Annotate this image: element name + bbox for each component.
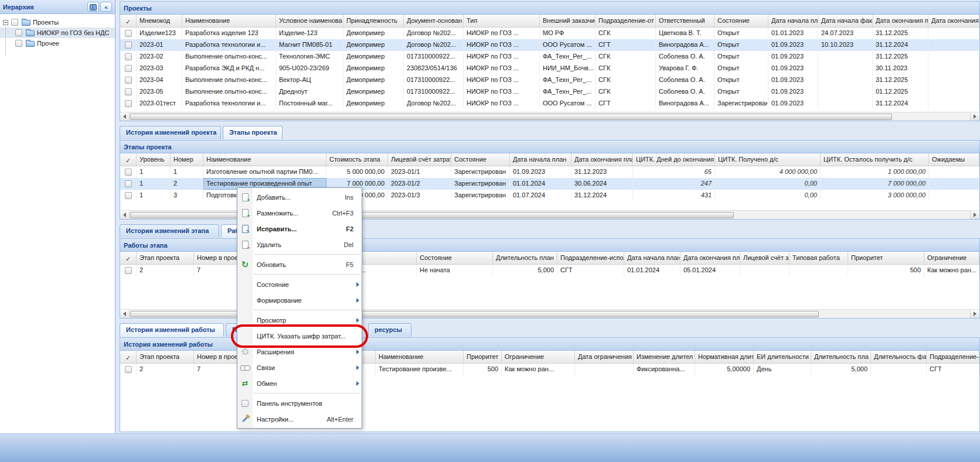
row-checkbox-cell[interactable] xyxy=(120,166,137,178)
menu-item[interactable]: Настройки...Alt+Enter xyxy=(237,411,362,427)
table-row[interactable]: Изделие123Разработка изделия 123Изделие-… xyxy=(120,28,979,39)
header-cell[interactable]: Состояние xyxy=(417,252,493,264)
cell[interactable]: 31.12.2025 xyxy=(873,74,928,86)
cell[interactable]: 2023-01тест xyxy=(137,98,182,109)
cell[interactable]: 24.07.2023 xyxy=(818,28,873,39)
cell[interactable]: СГТ xyxy=(927,364,979,375)
row-checkbox[interactable] xyxy=(125,366,132,373)
cell[interactable]: СГТ xyxy=(557,265,624,276)
cell[interactable]: НИОКР по ГОЗ ... xyxy=(464,28,540,39)
cell[interactable]: НИОКР по ГОЗ ... xyxy=(464,74,540,86)
header-cell[interactable]: Нормативная длит xyxy=(695,351,754,363)
row-checkbox[interactable] xyxy=(125,267,132,274)
cell[interactable]: 01.09.2023 xyxy=(768,98,818,109)
cell[interactable]: 01.09.2023 xyxy=(768,39,818,51)
row-checkbox[interactable] xyxy=(125,100,132,107)
cell[interactable]: 01.09.2023 xyxy=(768,74,818,86)
header-cell[interactable]: Ограничение xyxy=(924,252,979,264)
cell[interactable]: Договор №202... xyxy=(404,28,464,39)
cell[interactable]: НИИ_НМ_Бочв... xyxy=(540,63,596,74)
row-checkbox-cell[interactable] xyxy=(120,63,137,74)
cell[interactable]: НИОКР по ГОЗ ... xyxy=(464,63,540,74)
cell[interactable]: 500 xyxy=(464,364,502,375)
cell[interactable]: 3 000 000,00 xyxy=(821,190,929,201)
header-cell[interactable]: Состояние xyxy=(714,15,768,27)
header-cell[interactable]: ЦИТК. Осталось получить д/с xyxy=(821,153,929,166)
cell[interactable]: Зарегистрирован xyxy=(451,166,510,178)
cell[interactable]: Демопример xyxy=(343,28,404,39)
header-cell[interactable]: Наименование xyxy=(376,351,464,363)
cell[interactable]: 0,00 xyxy=(715,178,821,190)
cell[interactable]: Не начата xyxy=(417,265,493,276)
row-checkbox[interactable] xyxy=(125,30,132,37)
header-cell[interactable]: Дата окончания пл xyxy=(873,15,928,27)
cell[interactable]: 31.12.2024 xyxy=(873,39,928,51)
cell[interactable]: 4 000 000,00 xyxy=(715,166,821,178)
header-cell[interactable]: Принадлежность xyxy=(343,15,404,27)
menu-item[interactable]: Размножить...Ctrl+F3 xyxy=(237,205,362,221)
cell[interactable]: Демопример xyxy=(343,39,404,51)
cell[interactable]: 31.12.2024 xyxy=(873,98,928,109)
header-cell[interactable]: Лицевой счёт затрат. xyxy=(388,153,451,166)
header-cell[interactable]: Ответственный xyxy=(656,15,714,27)
tree-checkbox[interactable] xyxy=(15,29,22,36)
cell[interactable] xyxy=(929,190,979,201)
cell[interactable]: Договор №202... xyxy=(404,98,464,109)
menu-item[interactable]: ↻ОбновитьF5 xyxy=(237,256,362,272)
header-cell[interactable]: Дата начала план. xyxy=(768,15,818,27)
cell[interactable]: НИОКР по ГОЗ ... xyxy=(464,39,540,51)
row-checkbox-cell[interactable] xyxy=(120,74,137,86)
cell[interactable] xyxy=(818,51,873,63)
cell[interactable] xyxy=(575,364,634,375)
cell[interactable]: Соболева О. А. xyxy=(656,86,714,98)
header-cell[interactable]: Подразделение-и xyxy=(927,351,979,363)
cell[interactable]: 3 xyxy=(171,190,203,201)
header-cell[interactable]: Ограничение xyxy=(502,351,575,363)
projects-hscrollbar[interactable] xyxy=(120,112,979,121)
cell[interactable]: 2023-01 xyxy=(137,39,182,51)
cell[interactable]: 10.10.2023 xyxy=(818,39,873,51)
cell[interactable]: НИОКР по ГОЗ ... xyxy=(464,51,540,63)
cell[interactable]: Дредноут xyxy=(276,86,343,98)
table-row[interactable]: 11Изготовление опытной партии ПМ0...5 00… xyxy=(120,166,979,178)
cell[interactable]: СГК xyxy=(596,74,656,86)
cell[interactable]: Зарегистрирован xyxy=(714,98,768,109)
cell[interactable]: Технология-ЭМС xyxy=(276,51,343,63)
cell[interactable]: ФА_Техн_Рег_... xyxy=(540,74,596,86)
cell[interactable]: 2 xyxy=(137,265,194,276)
row-checkbox[interactable] xyxy=(125,169,132,176)
row-checkbox-cell[interactable] xyxy=(120,364,137,375)
menu-item[interactable]: ⇄Обмен xyxy=(237,375,362,391)
cell[interactable]: 1 xyxy=(137,166,171,178)
cell[interactable]: 2023-01/3 xyxy=(388,190,451,201)
collapse-expander-icon[interactable] xyxy=(3,20,8,25)
cell[interactable] xyxy=(818,63,873,74)
table-row[interactable]: 2023-01Разработка технологии и...Магнит … xyxy=(120,39,979,51)
cell[interactable]: Виноградова А... xyxy=(656,98,714,109)
row-checkbox[interactable] xyxy=(125,65,132,72)
header-cell[interactable]: Длительность план xyxy=(493,252,557,264)
table-row[interactable]: 2023-01тестРазработка технологии и...Пос… xyxy=(120,98,979,109)
header-cell[interactable]: Дата начала план. xyxy=(624,252,680,264)
cell[interactable]: СГК xyxy=(596,86,656,98)
cell[interactable]: Как можно ран... xyxy=(924,265,979,276)
cell[interactable]: 2 xyxy=(137,364,194,375)
cell[interactable]: ФА_Техн_Рег_... xyxy=(540,86,596,98)
cell[interactable]: 230823/0514/136 xyxy=(404,63,464,74)
cell[interactable] xyxy=(928,63,979,74)
cell[interactable]: МО РФ xyxy=(540,28,596,39)
cell[interactable]: 7 000 000,00 xyxy=(821,178,929,190)
cell[interactable]: Открыт xyxy=(714,74,768,86)
header-cell[interactable]: Наименование xyxy=(203,153,326,166)
cell[interactable] xyxy=(928,28,979,39)
row-checkbox-cell[interactable] xyxy=(120,28,137,39)
row-checkbox-cell[interactable] xyxy=(120,178,137,190)
cell[interactable]: Демопример xyxy=(343,74,404,86)
header-cell[interactable]: ✓ xyxy=(120,153,137,166)
cell[interactable] xyxy=(790,265,848,276)
cell[interactable]: 5,000 xyxy=(811,364,871,375)
menu-item[interactable]: УдалитьDel xyxy=(237,237,362,252)
tree-node[interactable]: Проекты xyxy=(0,17,115,28)
find-button[interactable] xyxy=(87,2,99,12)
cell[interactable]: Демопример xyxy=(343,51,404,63)
